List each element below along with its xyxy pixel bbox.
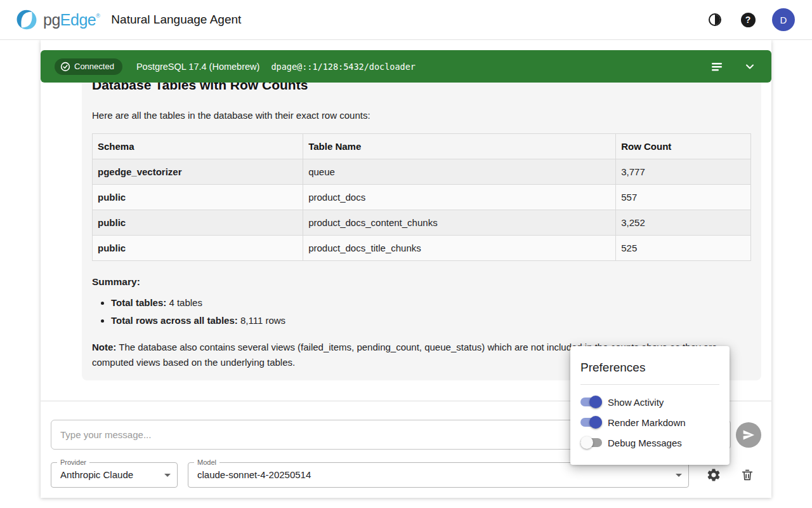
summary-list: Total tables: 4 tables Total rows across…	[111, 294, 751, 330]
server-version-label: PostgreSQL 17.4 (Homebrew)	[136, 62, 260, 72]
user-avatar[interactable]: D	[772, 8, 795, 31]
summary-item-value: 8,111 rows	[240, 315, 285, 326]
assistant-message-bubble: Database Tables with Row Counts Here are…	[82, 83, 761, 380]
model-select-value: claude-sonnet-4-20250514	[188, 463, 688, 487]
table-row: public product_docs_content_chunks 3,252	[93, 210, 751, 236]
chevron-down-icon[interactable]	[742, 59, 757, 74]
table-cell: 3,777	[616, 159, 751, 185]
preference-label: Show Activity	[608, 397, 664, 408]
summary-item: Total tables: 4 tables	[111, 294, 751, 312]
preference-row: Show Activity	[580, 392, 719, 412]
table-row: pgedge_vectorizer queue 3,777	[93, 159, 751, 185]
settings-gear-icon[interactable]	[705, 466, 723, 484]
topbar-actions: ? D	[706, 8, 795, 31]
dropdown-caret-icon	[164, 474, 171, 477]
table-header-row: Schema Table Name Row Count	[93, 134, 751, 159]
connection-status-bar: Connected PostgreSQL 17.4 (Homebrew) dpa…	[41, 50, 771, 83]
summary-item-label: Total rows across all tables:	[111, 315, 238, 326]
note-label: Note:	[92, 342, 116, 352]
preference-row: Render Markdown	[580, 412, 719, 432]
show-activity-toggle[interactable]	[580, 398, 602, 406]
table-cell: public	[93, 185, 303, 210]
composer-icons	[705, 466, 756, 484]
message-intro: Here are all the tables in the database …	[92, 110, 751, 121]
help-icon[interactable]: ?	[739, 11, 757, 29]
send-button[interactable]	[736, 422, 761, 448]
summary-item: Total rows across all tables: 8,111 rows	[111, 312, 751, 330]
message-heading: Database Tables with Row Counts	[92, 83, 751, 93]
summary-item-label: Total tables:	[111, 297, 166, 308]
connection-dsn: dpage@::1/128:5432/docloader	[271, 62, 416, 72]
trash-icon[interactable]	[738, 466, 756, 484]
table-cell: product_docs	[303, 185, 616, 210]
preference-label: Render Markdown	[608, 417, 686, 428]
provider-select-value: Anthropic Claude	[51, 463, 177, 487]
summary-heading: Summary:	[92, 276, 751, 288]
connection-actions	[709, 59, 757, 74]
model-controls-row: Provider Anthropic Claude Model claude-s…	[51, 462, 756, 488]
send-icon	[742, 429, 755, 441]
preference-label: Debug Messages	[608, 438, 682, 448]
connection-list-icon[interactable]	[709, 59, 724, 74]
connected-badge: Connected	[55, 58, 122, 75]
table-cell: pgedge_vectorizer	[93, 159, 303, 185]
summary-item-value: 4 tables	[169, 297, 202, 308]
table-cell: 525	[616, 236, 751, 261]
theme-toggle-icon[interactable]	[706, 11, 724, 29]
table-cell: product_docs_content_chunks	[303, 210, 616, 236]
column-header: Table Name	[303, 134, 616, 159]
table-cell: public	[93, 236, 303, 261]
render-markdown-toggle[interactable]	[580, 418, 602, 427]
debug-messages-toggle[interactable]	[580, 438, 602, 447]
page-title: Natural Language Agent	[111, 13, 241, 27]
top-bar: pgEdge® Natural Language Agent ? D	[0, 0, 812, 40]
pgedge-wordmark: pgEdge®	[43, 11, 100, 29]
dropdown-caret-icon	[676, 474, 682, 477]
preference-row: Debug Messages	[580, 432, 719, 453]
check-circle-icon	[60, 62, 70, 72]
table-cell: 557	[616, 185, 751, 210]
toggle-knob	[580, 436, 593, 449]
table-row: public product_docs 557	[93, 185, 751, 210]
table-row: public product_docs_title_chunks 525	[93, 236, 751, 261]
toggle-knob	[589, 396, 602, 408]
row-counts-table: Schema Table Name Row Count pgedge_vecto…	[92, 133, 751, 261]
provider-select-label: Provider	[57, 458, 89, 466]
table-cell: 3,252	[616, 210, 751, 236]
model-select[interactable]: Model claude-sonnet-4-20250514	[188, 462, 689, 488]
provider-select[interactable]: Provider Anthropic Claude	[51, 462, 178, 488]
model-select-label: Model	[194, 458, 219, 466]
table-cell: public	[93, 210, 303, 236]
pgedge-brand: pgEdge®	[14, 7, 100, 32]
preferences-popup: Preferences Show Activity Render Markdow…	[570, 346, 730, 465]
pgedge-logo-icon	[14, 7, 39, 32]
column-header: Row Count	[616, 134, 751, 159]
column-header: Schema	[93, 134, 303, 159]
table-cell: product_docs_title_chunks	[303, 236, 616, 261]
table-cell: queue	[303, 159, 616, 185]
preferences-title: Preferences	[580, 361, 719, 375]
connection-status-label: Connected	[74, 62, 114, 71]
toggle-knob	[589, 416, 602, 429]
divider	[580, 384, 719, 385]
